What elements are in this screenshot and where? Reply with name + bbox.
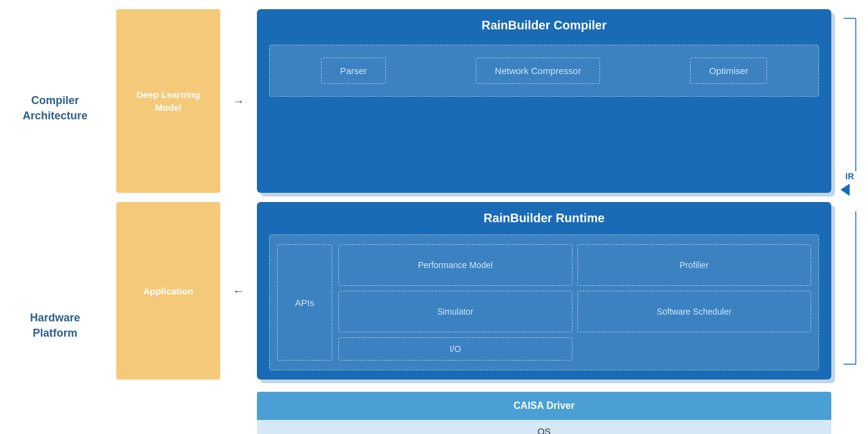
parser-component: Parser (321, 58, 386, 84)
hardware-content: CAISA Driver OS CAISA® (257, 392, 831, 434)
optimiser-component: Optimiser (690, 58, 767, 84)
rainbuilder-compiler-box: RainBuilder Compiler Parser Network Comp… (257, 9, 831, 193)
simulator-component: Simulator (338, 291, 573, 332)
deep-learning-model-box: Deep Learning Model (116, 9, 220, 193)
arrow-right-icon: → (229, 9, 248, 193)
rainbuilder-compiler-title: RainBuilder Compiler (269, 18, 819, 32)
application-label: Application (143, 285, 193, 297)
compiler-components-container: Parser Network Compressor Optimiser (269, 45, 819, 97)
ir-label: IR (831, 171, 868, 181)
center-content: Deep Learning Model → RainBuilder Compil… (110, 0, 831, 434)
os-box: OS (257, 420, 831, 434)
svg-marker-4 (840, 184, 850, 196)
network-compressor-component: Network Compressor (476, 58, 600, 84)
main-container: Compiler Architecture Hardware Platform … (0, 0, 868, 434)
hardware-spacer (116, 392, 248, 434)
io-component: I/O (338, 337, 573, 361)
arrow-left-icon: ← (229, 202, 248, 380)
ir-bracket-container: IR (831, 0, 868, 434)
performance-model-component: Performance Model (338, 244, 573, 286)
runtime-components-container: APIs Performance Model Profilier Simulat… (269, 234, 819, 370)
caisa-driver-box: CAISA Driver (257, 392, 831, 420)
hardware-section: CAISA Driver OS CAISA® (116, 392, 831, 434)
runtime-grid: Performance Model Profilier Simulator So… (338, 244, 811, 361)
application-box: Application (116, 202, 220, 380)
ir-bracket-svg (831, 9, 868, 389)
left-labels: Compiler Architecture Hardware Platform (0, 0, 110, 434)
software-scheduler-component: Software Scheduler (577, 291, 812, 332)
apis-component: APIs (277, 244, 332, 361)
rainbuilder-runtime-title: RainBuilder Runtime (269, 211, 819, 225)
dl-model-title: Deep Learning Model (136, 88, 200, 114)
compiler-section: Deep Learning Model → RainBuilder Compil… (116, 9, 831, 193)
compiler-architecture-label: Compiler Architecture (0, 0, 110, 217)
caisa-driver-label: CAISA Driver (514, 400, 575, 411)
rainbuilder-runtime-box: RainBuilder Runtime APIs Performance Mod… (257, 202, 831, 380)
hardware-platform-label: Hardware Platform (0, 217, 110, 435)
runtime-section: Application ← RainBuilder Runtime APIs P… (116, 202, 831, 380)
os-label: OS (538, 426, 551, 434)
profilier-component: Profilier (577, 244, 812, 286)
